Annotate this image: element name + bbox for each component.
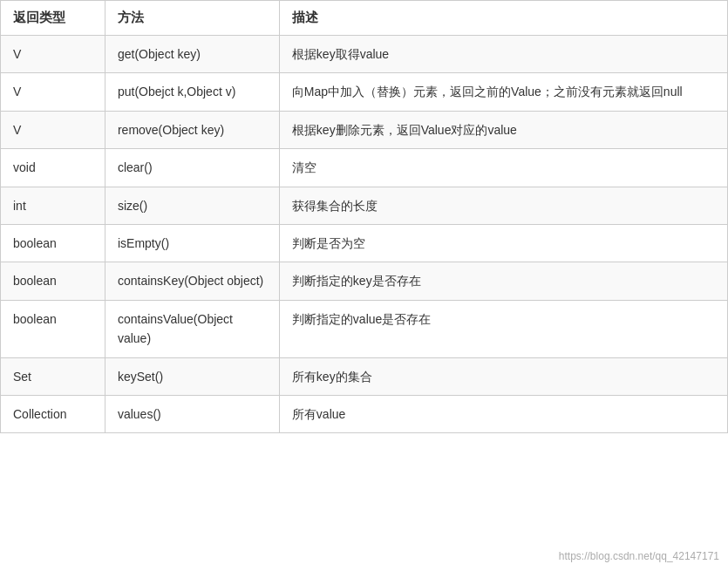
- cell-description: 清空: [279, 149, 727, 187]
- cell-method: get(Object key): [105, 36, 279, 73]
- cell-description: 根据key取得value: [279, 36, 727, 73]
- table-container: 返回类型 方法 描述 Vget(Object key)根据key取得valueV…: [0, 0, 728, 571]
- cell-description: 所有value: [279, 395, 727, 432]
- cell-return-type: Set: [1, 357, 105, 395]
- table-row: Vput(Obejct k,Object v)向Map中加入（替换）元素，返回之…: [1, 73, 728, 111]
- cell-return-type: void: [1, 149, 105, 187]
- header-method: 方法: [105, 1, 279, 36]
- table-row: booleanisEmpty()判断是否为空: [1, 224, 728, 262]
- table-row: Collectionvalues()所有value: [1, 395, 728, 432]
- cell-method: values(): [105, 395, 279, 432]
- cell-method: remove(Object key): [105, 111, 279, 148]
- cell-method: isEmpty(): [105, 224, 279, 262]
- cell-description: 向Map中加入（替换）元素，返回之前的Value；之前没有元素就返回null: [279, 73, 727, 111]
- watermark: https://blog.csdn.net/qq_42147171: [559, 550, 719, 562]
- header-return-type: 返回类型: [1, 1, 105, 36]
- map-methods-table: 返回类型 方法 描述 Vget(Object key)根据key取得valueV…: [0, 0, 728, 433]
- cell-return-type: boolean: [1, 300, 105, 357]
- cell-return-type: V: [1, 36, 105, 73]
- cell-description: 获得集合的长度: [279, 187, 727, 224]
- table-row: Vremove(Object key)根据key删除元素，返回Value对应的v…: [1, 111, 728, 148]
- cell-method: keySet(): [105, 357, 279, 395]
- table-row: intsize()获得集合的长度: [1, 187, 728, 224]
- cell-return-type: V: [1, 111, 105, 148]
- table-row: SetkeySet()所有key的集合: [1, 357, 728, 395]
- cell-description: 根据key删除元素，返回Value对应的value: [279, 111, 727, 148]
- table-row: voidclear()清空: [1, 149, 728, 187]
- cell-method: put(Obejct k,Object v): [105, 73, 279, 111]
- cell-return-type: Collection: [1, 395, 105, 432]
- cell-description: 判断是否为空: [279, 224, 727, 262]
- cell-return-type: boolean: [1, 224, 105, 262]
- cell-method: clear(): [105, 149, 279, 187]
- cell-return-type: boolean: [1, 262, 105, 300]
- cell-method: containsKey(Object object): [105, 262, 279, 300]
- cell-description: 所有key的集合: [279, 357, 727, 395]
- cell-method: size(): [105, 187, 279, 224]
- table-row: Vget(Object key)根据key取得value: [1, 36, 728, 73]
- cell-return-type: int: [1, 187, 105, 224]
- cell-description: 判断指定的key是否存在: [279, 262, 727, 300]
- cell-return-type: V: [1, 73, 105, 111]
- cell-method: containsValue(Object value): [105, 300, 279, 357]
- header-description: 描述: [279, 1, 727, 36]
- table-row: booleancontainsValue(Object value)判断指定的v…: [1, 300, 728, 357]
- table-row: booleancontainsKey(Object object)判断指定的ke…: [1, 262, 728, 300]
- cell-description: 判断指定的value是否存在: [279, 300, 727, 357]
- table-header-row: 返回类型 方法 描述: [1, 1, 728, 36]
